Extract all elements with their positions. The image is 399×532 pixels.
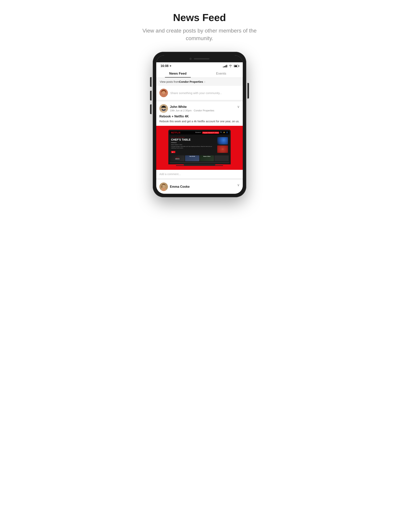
netflix-thumbnail-globe <box>217 137 228 145</box>
status-time: 16:08 ✈ <box>161 64 171 68</box>
comment-section[interactable]: Add a comment... <box>156 170 243 180</box>
avatar-woman-image <box>159 89 168 97</box>
netflix-show-subtitle: FRANCE <box>171 142 216 143</box>
laptop-screen: NETFLIX Browse ▾ Popular Movies/TV Show … <box>169 131 230 162</box>
share-placeholder[interactable]: Share something with your community... <box>170 91 222 95</box>
tab-news-feed[interactable]: News Feed <box>156 69 200 77</box>
netflix-hero-images <box>217 137 228 153</box>
netflix-nav-movies: Popular Movies/TV Show <box>202 132 219 134</box>
second-author-name: Emma Cooke <box>170 185 190 189</box>
signal-bars-icon <box>223 65 227 67</box>
netflix-nav-bell: 🔔 <box>223 132 225 134</box>
phone-screen: 16:08 ✈ <box>156 55 243 194</box>
status-icons <box>223 64 238 68</box>
netflix-nav-search: 🔍 <box>220 132 222 134</box>
second-post-card: Emma Cooke ∨ <box>156 180 243 194</box>
view-posts-banner[interactable]: View posts from Condor Properties › <box>156 78 243 86</box>
post-author-avatar <box>159 104 168 113</box>
netflix-thumb-narcos: NETFLIX NARCOS <box>170 155 185 161</box>
avatar-man-image <box>159 104 168 113</box>
author-details: John White 19th Jun at 2:30pm Condor Pro… <box>170 105 214 112</box>
status-bar: 16:08 ✈ <box>156 62 243 69</box>
user-avatar <box>159 89 168 97</box>
netflix-thumbnail-red <box>217 146 228 153</box>
netflix-thumb-extra <box>214 155 229 161</box>
second-post-avatar <box>159 183 168 191</box>
netflix-watch-label: Watch Season 1 Now <box>171 144 216 145</box>
post-header: John White 19th Jun at 2:30pm Condor Pro… <box>159 104 240 113</box>
page-title: News Feed <box>141 12 258 23</box>
tab-bar: News Feed Events <box>156 69 243 78</box>
post-meta: 19th Jun at 2:30pm Condor Properties <box>170 109 214 112</box>
wifi-icon <box>229 64 232 68</box>
netflix-nav: NETFLIX Browse ▾ Popular Movies/TV Show … <box>169 131 230 134</box>
post-card: John White 19th Jun at 2:30pm Condor Pro… <box>156 101 243 126</box>
phone-notch <box>156 55 243 62</box>
second-post-left: Emma Cooke <box>159 183 190 191</box>
netflix-screen-content: NETFLIX Browse ▾ Popular Movies/TV Show … <box>169 131 230 162</box>
second-post-chevron-icon[interactable]: ∨ <box>237 183 240 187</box>
phone-device: 16:08 ✈ <box>153 52 246 197</box>
author-name: John White <box>170 105 214 109</box>
location-icon: ✈ <box>169 65 171 67</box>
post-chevron-down-icon[interactable]: ∨ <box>237 105 240 109</box>
netflix-nav-user: 👤 <box>226 132 228 134</box>
second-avatar-image <box>159 183 168 191</box>
netflix-show-title: CHEF'S TABLE <box>171 138 216 141</box>
netflix-original-label: NETFLIX ORIGINAL <box>171 137 216 138</box>
comment-input-placeholder[interactable]: Add a comment... <box>159 172 181 176</box>
netflix-hero-text: NETFLIX ORIGINAL CHEF'S TABLE FRANCE Wat… <box>171 137 216 153</box>
netflix-hero: NETFLIX ORIGINAL CHEF'S TABLE FRANCE Wat… <box>169 134 230 155</box>
netflix-thumb-master: Master of None <box>200 155 214 161</box>
share-section: Share something with your community... <box>156 86 243 101</box>
speaker-bar <box>194 58 209 59</box>
netflix-nav-links: Browse ▾ Popular Movies/TV Show 🔍 🔔 👤 <box>195 132 228 134</box>
page-subtitle: View and create posts by other members o… <box>141 27 258 42</box>
netflix-nav-browse: Browse ▾ <box>195 132 201 134</box>
app-content: News Feed Events View posts from Condor … <box>156 69 243 194</box>
netflix-description: Unrivaled heritage. Impossible craft. Aw… <box>171 146 216 149</box>
post-body: Rebook this week and get a 4k Netflix ac… <box>159 119 240 126</box>
view-posts-property: Condor Properties <box>179 80 203 83</box>
tab-events[interactable]: Events <box>200 69 243 77</box>
promo-image: NETFLIX Browse ▾ Popular Movies/TV Show … <box>156 126 243 170</box>
netflix-logo: NETFLIX <box>171 132 180 134</box>
netflix-thumb-affair: THE AFFAIR <box>185 155 199 161</box>
post-title: Rebook + Netflix 4K <box>159 115 240 118</box>
battery-icon <box>234 65 238 67</box>
view-posts-prefix: View posts from <box>160 80 179 83</box>
netflix-bottom-row: NETFLIX NARCOS THE AFFAIR Master of None <box>169 155 230 162</box>
post-author-info: John White 19th Jun at 2:30pm Condor Pro… <box>159 104 214 113</box>
camera-dot <box>190 58 192 60</box>
laptop-mockup: NETFLIX Browse ▾ Popular Movies/TV Show … <box>168 130 231 164</box>
page-header: News Feed View and create posts by other… <box>141 12 258 42</box>
chevron-right-icon: › <box>204 80 205 83</box>
netflix-watch-button[interactable]: ▶ ▾ <box>171 151 175 153</box>
